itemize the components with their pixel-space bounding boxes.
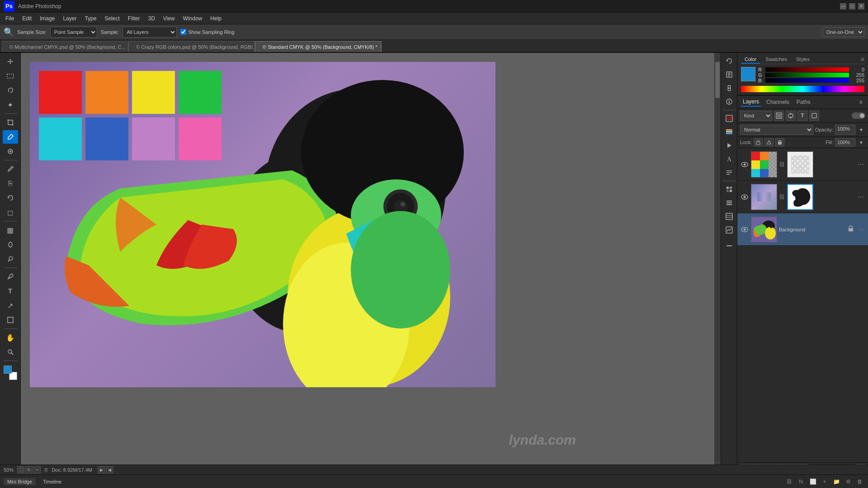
red-slider[interactable] bbox=[765, 67, 849, 72]
eyedropper-tool[interactable] bbox=[3, 130, 18, 144]
zoom-in-icon[interactable]: + bbox=[33, 466, 41, 474]
prev-btn[interactable]: ◀ bbox=[106, 466, 113, 474]
kind-filter-select[interactable]: Kind Name Effect Mode Attribute Color bbox=[740, 111, 772, 121]
crop-tool[interactable] bbox=[3, 116, 18, 129]
swatches-tab[interactable]: Swatches bbox=[762, 56, 791, 64]
filter-adjustment-icon[interactable] bbox=[786, 111, 796, 121]
opacity-dropdown-icon[interactable]: ▼ bbox=[857, 125, 865, 135]
history-icon[interactable] bbox=[723, 55, 736, 67]
opacity-value[interactable]: 100% bbox=[835, 125, 855, 135]
tool-presets-icon[interactable] bbox=[723, 197, 736, 209]
menu-help[interactable]: Help bbox=[207, 14, 225, 23]
lock-all-btn[interactable] bbox=[775, 138, 784, 146]
bottom-folder-icon[interactable]: 📁 bbox=[832, 477, 841, 486]
history-brush-tool[interactable] bbox=[3, 191, 18, 205]
bottom-new-icon[interactable]: + bbox=[820, 477, 829, 486]
screen-modes-icon[interactable]: ⬛ bbox=[17, 466, 24, 474]
bottom-delete-icon[interactable]: 🗑 bbox=[855, 477, 864, 486]
paths-tab[interactable]: Paths bbox=[795, 98, 812, 106]
filter-type-icon[interactable]: T bbox=[797, 111, 807, 121]
styles-manager-icon[interactable] bbox=[723, 183, 736, 196]
clone-tool[interactable]: ⎘ bbox=[3, 177, 18, 190]
sample-select[interactable]: All Layers Current Layer Current & Below bbox=[123, 27, 177, 38]
channels-icon[interactable] bbox=[723, 126, 736, 138]
layer-visibility-3[interactable] bbox=[740, 225, 749, 234]
bottom-mask-icon[interactable]: ⬜ bbox=[808, 477, 817, 486]
pen-tool[interactable] bbox=[3, 270, 18, 283]
hand-tool[interactable]: ✋ bbox=[3, 331, 18, 344]
close-button[interactable]: ✕ bbox=[858, 3, 864, 9]
sample-size-select[interactable]: Point Sample 3 by 3 Average 5 by 5 Avera… bbox=[50, 27, 97, 38]
adjustments-icon[interactable] bbox=[723, 82, 736, 94]
green-slider[interactable] bbox=[765, 73, 849, 77]
blur-tool[interactable] bbox=[3, 238, 18, 251]
fill-dropdown-icon[interactable]: ▼ bbox=[857, 138, 865, 146]
menu-filter[interactable]: Filter bbox=[124, 14, 144, 23]
bottom-fx-icon[interactable]: fx bbox=[797, 477, 806, 486]
layer-comps-icon[interactable] bbox=[723, 210, 736, 223]
measurement-log-icon[interactable] bbox=[723, 224, 736, 236]
vscroll-thumb[interactable] bbox=[715, 62, 720, 98]
panel-menu-icon[interactable]: ≡ bbox=[861, 56, 864, 64]
navigator-icon[interactable] bbox=[723, 112, 736, 125]
healing-tool[interactable] bbox=[3, 145, 18, 158]
layer-row-color-lookup[interactable]: ⛓ ⋯ bbox=[737, 148, 868, 181]
layer-options-background[interactable]: ⋯ bbox=[856, 225, 865, 234]
layer-row-background[interactable]: Background ⋯ bbox=[737, 213, 868, 246]
timeline-tab[interactable]: Timeline bbox=[39, 478, 65, 485]
properties-icon[interactable] bbox=[723, 68, 736, 81]
filter-shape-icon[interactable] bbox=[809, 111, 819, 121]
menu-type[interactable]: Type bbox=[81, 14, 100, 23]
minimize-button[interactable]: — bbox=[840, 3, 846, 9]
tab-multichannel[interactable]: © Multichannel CMYK.psd @ 50% (Backgroun… bbox=[2, 41, 128, 52]
layer-options-2[interactable]: ⋯ bbox=[856, 192, 865, 202]
canvas-area[interactable]: ▶ ◀ ▼ lynda.com bbox=[21, 53, 721, 475]
layer-row-adjustment[interactable]: ⛓ ⋯ bbox=[737, 181, 868, 213]
fill-value[interactable]: 100% bbox=[835, 138, 855, 146]
styles-tab[interactable]: Styles bbox=[793, 56, 813, 64]
move-tool[interactable]: ✛ bbox=[3, 55, 18, 68]
layers-tab[interactable]: Layers bbox=[741, 98, 761, 107]
menu-edit[interactable]: Edit bbox=[19, 14, 35, 23]
layers-menu-icon[interactable]: ≡ bbox=[857, 99, 864, 106]
maximize-button[interactable]: □ bbox=[849, 3, 855, 9]
magic-wand-tool[interactable]: ✦ bbox=[3, 98, 18, 112]
eraser-tool[interactable]: ◻ bbox=[3, 206, 18, 219]
menu-select[interactable]: Select bbox=[101, 14, 123, 23]
color-tab[interactable]: Color bbox=[741, 56, 760, 64]
menu-image[interactable]: Image bbox=[36, 14, 58, 23]
bottom-link-icon[interactable]: ⛓ bbox=[785, 477, 794, 486]
path-select-tool[interactable]: ↗ bbox=[3, 299, 18, 312]
workspace-selector[interactable]: One-on-One Essentials Photography bbox=[822, 27, 864, 37]
blue-slider[interactable] bbox=[765, 78, 849, 83]
color-spectrum[interactable] bbox=[741, 86, 864, 92]
layer-visibility-1[interactable] bbox=[740, 160, 749, 169]
show-sampling-ring-checkbox[interactable] bbox=[180, 29, 186, 35]
menu-file[interactable]: File bbox=[2, 14, 18, 23]
menu-window[interactable]: Window bbox=[179, 14, 206, 23]
marquee-tool[interactable] bbox=[3, 69, 18, 83]
menu-view[interactable]: View bbox=[160, 14, 179, 23]
layer-options-1[interactable]: ⋯ bbox=[856, 160, 865, 169]
layer-visibility-2[interactable] bbox=[740, 192, 749, 202]
filter-toggle[interactable] bbox=[852, 113, 865, 119]
lasso-tool[interactable] bbox=[3, 84, 18, 97]
blend-mode-select[interactable]: Normal Dissolve Multiply Screen Overlay bbox=[740, 125, 813, 135]
tab-standard-cmyk-close[interactable]: ✕ bbox=[380, 44, 382, 50]
tab-crazy-rgb[interactable]: © Crazy RGB colors.psd @ 50% (Background… bbox=[128, 41, 255, 52]
zoom-tool[interactable] bbox=[3, 345, 18, 359]
channels-tab[interactable]: Channels bbox=[764, 98, 791, 106]
tab-standard-cmyk[interactable]: © Standard CMYK @ 50% (Background, CMYK/… bbox=[255, 41, 382, 52]
shape-tool[interactable] bbox=[3, 313, 18, 327]
dodge-tool[interactable] bbox=[3, 252, 18, 266]
brush-tool[interactable] bbox=[3, 162, 18, 176]
canvas-vscrollbar[interactable]: ▼ bbox=[714, 53, 721, 469]
show-sampling-ring-label[interactable]: Show Sampling Ring bbox=[180, 29, 234, 35]
options-panel-icon[interactable] bbox=[723, 237, 736, 250]
actions-icon[interactable] bbox=[723, 139, 736, 152]
type-tool[interactable]: T bbox=[3, 284, 18, 298]
lock-position-btn[interactable] bbox=[764, 138, 774, 146]
character-icon[interactable]: A bbox=[723, 153, 736, 165]
gradient-tool[interactable]: ▦ bbox=[3, 223, 18, 237]
layers-list[interactable]: ⛓ ⋯ ⛓ bbox=[737, 148, 868, 462]
